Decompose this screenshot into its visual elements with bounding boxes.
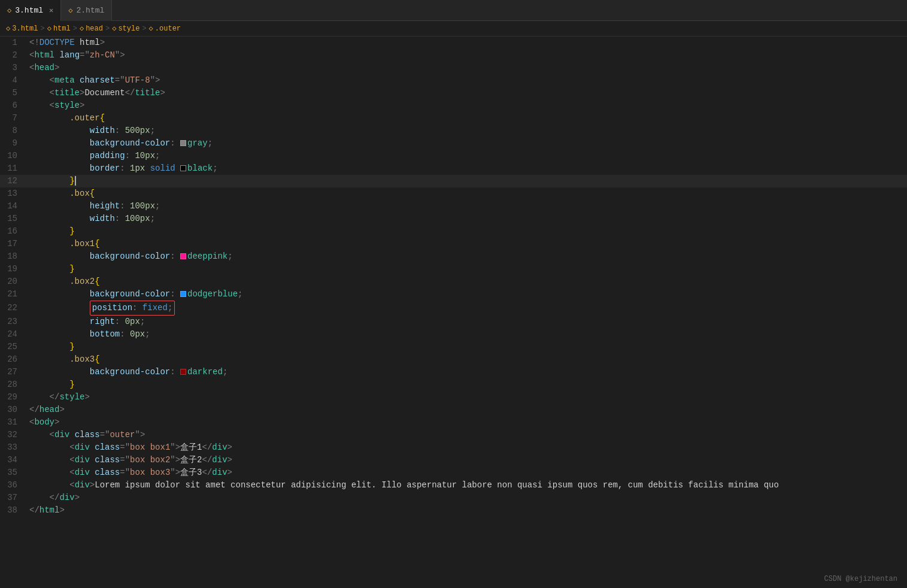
- lc-1: <!DOCTYPE html>: [27, 37, 907, 49]
- line-33: 33 <div class="box box1">盒子1</div>: [0, 441, 907, 454]
- ln-12: 12: [0, 175, 27, 187]
- line-30: 30 </head>: [0, 404, 907, 416]
- lc-15: width: 100px;: [27, 213, 907, 225]
- lc-19: }: [27, 263, 907, 275]
- lc-13: .box{: [27, 187, 907, 200]
- line-15: 15 width: 100px;: [0, 213, 907, 225]
- line-37: 37 </div>: [0, 492, 907, 504]
- breadcrumb-filename: 3.html: [12, 25, 38, 33]
- lc-27: background-color: darkred;: [27, 366, 907, 378]
- lc-28: }: [27, 378, 907, 391]
- ln-6: 6: [0, 99, 27, 112]
- line-25: 25 }: [0, 341, 907, 353]
- line-36: 36 <div>Lorem ipsum dolor sit amet conse…: [0, 479, 907, 492]
- tab-close-1[interactable]: ✕: [49, 6, 53, 15]
- ln-26: 26: [0, 353, 27, 366]
- line-7: 7 .outer{: [0, 112, 907, 125]
- lc-4: <meta charset="UTF-8">: [27, 74, 907, 87]
- ln-35: 35: [0, 466, 27, 479]
- lc-8: width: 500px;: [27, 125, 907, 137]
- lc-37: </div>: [27, 492, 907, 504]
- breadcrumb: ◇ 3.html > ◇ html > ◇ head > ◇ style > ◇…: [0, 21, 907, 37]
- ln-20: 20: [0, 275, 27, 288]
- line-1: 1 <!DOCTYPE html>: [0, 37, 907, 49]
- ln-30: 30: [0, 404, 27, 416]
- lc-20: .box2{: [27, 275, 907, 288]
- lc-7: .outer{: [27, 112, 907, 125]
- ln-37: 37: [0, 492, 27, 504]
- lc-26: .box3{: [27, 353, 907, 366]
- line-8: 8 width: 500px;: [0, 125, 907, 137]
- line-19: 19 }: [0, 263, 907, 275]
- ln-5: 5: [0, 87, 27, 99]
- ln-33: 33: [0, 441, 27, 454]
- ln-23: 23: [0, 316, 27, 328]
- tab-2html[interactable]: ◇ 2.html: [61, 0, 112, 21]
- ln-3: 3: [0, 62, 27, 74]
- ln-9: 9: [0, 137, 27, 150]
- line-17: 17 .box1{: [0, 238, 907, 250]
- line-5: 5 <title>Document</title>: [0, 87, 907, 99]
- lc-38: </html>: [27, 504, 907, 517]
- line-9: 9 background-color: gray;: [0, 137, 907, 150]
- lc-35: <div class="box box3">盒子3</div>: [27, 466, 907, 479]
- line-21: 21 background-color: dodgerblue;: [0, 288, 907, 301]
- ln-27: 27: [0, 366, 27, 378]
- tab-bar: ◇ 3.html ✕ ◇ 2.html: [0, 0, 907, 21]
- ln-25: 25: [0, 341, 27, 353]
- ln-28: 28: [0, 378, 27, 391]
- line-6: 6 <style>: [0, 99, 907, 112]
- code-lines: 1 <!DOCTYPE html> 2 <html lang="zh-CN"> …: [0, 37, 907, 517]
- ln-38: 38: [0, 504, 27, 517]
- watermark: CSDN @kejizhentan: [824, 575, 897, 583]
- ln-31: 31: [0, 416, 27, 429]
- line-32: 32 <div class="outer">: [0, 429, 907, 441]
- line-27: 27 background-color: darkred;: [0, 366, 907, 378]
- lc-14: height: 100px;: [27, 200, 907, 213]
- lc-5: <title>Document</title>: [27, 87, 907, 99]
- line-14: 14 height: 100px;: [0, 200, 907, 213]
- tab-3html[interactable]: ◇ 3.html ✕: [0, 0, 61, 21]
- lc-21: background-color: dodgerblue;: [27, 288, 907, 301]
- line-4: 4 <meta charset="UTF-8">: [0, 74, 907, 87]
- line-23: 23 right: 0px;: [0, 316, 907, 328]
- lc-6: <style>: [27, 99, 907, 112]
- ln-1: 1: [0, 37, 27, 49]
- ln-29: 29: [0, 391, 27, 404]
- line-22: 22 position: fixed;: [0, 301, 907, 316]
- editor[interactable]: 1 <!DOCTYPE html> 2 <html lang="zh-CN"> …: [0, 37, 907, 588]
- ln-7: 7: [0, 112, 27, 125]
- ln-32: 32: [0, 429, 27, 441]
- tab-icon-1: ◇: [7, 6, 11, 15]
- ln-2: 2: [0, 49, 27, 62]
- line-13: 13 .box{: [0, 187, 907, 200]
- breadcrumb-style: ◇ style: [112, 24, 139, 33]
- lc-3: <head>: [27, 62, 907, 74]
- ln-22: 22: [0, 302, 27, 314]
- lc-36: <div>Lorem ipsum dolor sit amet consecte…: [27, 479, 907, 492]
- ln-18: 18: [0, 250, 27, 263]
- line-35: 35 <div class="box box3">盒子3</div>: [0, 466, 907, 479]
- lc-22: position: fixed;: [27, 301, 907, 316]
- ln-10: 10: [0, 150, 27, 162]
- ln-15: 15: [0, 213, 27, 225]
- lc-34: <div class="box box2">盒子2</div>: [27, 454, 907, 466]
- tab-label-2: 2.html: [77, 6, 105, 15]
- lc-17: .box1{: [27, 238, 907, 250]
- ln-4: 4: [0, 74, 27, 87]
- lc-31: <body>: [27, 416, 907, 429]
- ln-17: 17: [0, 238, 27, 250]
- line-28: 28 }: [0, 378, 907, 391]
- lc-30: </head>: [27, 404, 907, 416]
- breadcrumb-file: ◇ 3.html: [6, 24, 38, 33]
- line-18: 18 background-color: deeppink;: [0, 250, 907, 263]
- line-12: 12 }: [0, 175, 907, 187]
- line-34: 34 <div class="box box2">盒子2</div>: [0, 454, 907, 466]
- line-20: 20 .box2{: [0, 275, 907, 288]
- lc-2: <html lang="zh-CN">: [27, 49, 907, 62]
- breadcrumb-outer: ◇ .outer: [149, 24, 181, 33]
- lc-16: }: [27, 225, 907, 238]
- lc-33: <div class="box box1">盒子1</div>: [27, 441, 907, 454]
- ln-19: 19: [0, 263, 27, 275]
- lc-11: border: 1px solid black;: [27, 162, 907, 175]
